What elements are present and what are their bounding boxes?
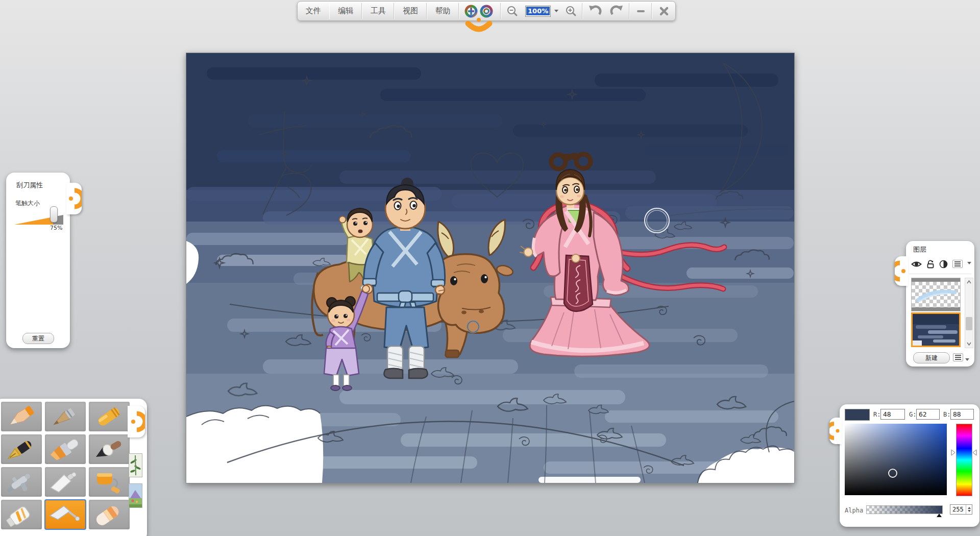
tool-crayon[interactable] [89, 402, 130, 431]
layers-scrollbar[interactable] [965, 278, 973, 348]
airbrush-icon [3, 469, 40, 495]
hue-strip[interactable] [956, 424, 972, 496]
scraper-properties-panel: 刮刀属性 笔触大小 75% 重置 [6, 173, 70, 348]
canvas[interactable] [186, 53, 795, 483]
close-button[interactable] [652, 2, 675, 20]
zoom-out-icon [506, 5, 519, 17]
layer-list-icon[interactable] [952, 260, 963, 268]
chevron-down-icon[interactable] [967, 262, 971, 266]
eraser-icon [91, 502, 128, 527]
paint-tube-icon [3, 502, 40, 527]
g-label: G: [909, 411, 916, 418]
brush-size-value: 75% [50, 225, 62, 231]
zoom-level-value: 100% [526, 7, 550, 15]
undo-button[interactable] [583, 2, 606, 20]
alpha-slider[interactable] [866, 505, 943, 514]
contrast-icon[interactable] [939, 260, 948, 269]
paint-roller-icon [91, 469, 128, 495]
canvas-artwork [186, 53, 794, 483]
brush-size-slider-handle[interactable] [50, 206, 58, 223]
picture-stamp[interactable] [129, 483, 142, 508]
bamboo-stamp[interactable] [129, 453, 142, 477]
panel-tab-icon [829, 418, 842, 444]
tool-eraser[interactable] [89, 500, 130, 529]
ink-brush-icon [91, 436, 128, 462]
tool-palette-knife-wide[interactable] [45, 467, 86, 497]
main-toolbar: 文件 编辑 工具 视图 帮助 [297, 1, 676, 21]
scraper-icon [47, 502, 84, 527]
palette-knife-wide-icon [47, 469, 84, 495]
menu-tools[interactable]: 工具 [362, 2, 394, 20]
brush-size-label: 笔触大小 [15, 199, 40, 208]
alpha-marker[interactable] [937, 511, 942, 517]
tool-fountain-pen[interactable] [1, 434, 42, 464]
zoom-level-field[interactable]: 100% [523, 2, 553, 20]
tool-flat-brush[interactable] [45, 434, 86, 464]
color-picker-panel: R: G: B: Alpha 255 [840, 404, 979, 527]
zoom-level-dropdown[interactable] [553, 2, 560, 20]
panel-tab-handle[interactable] [829, 418, 842, 444]
tool-palette-panel [0, 399, 147, 536]
layer-thumbnail-2-selected[interactable] [911, 312, 961, 347]
redo-button[interactable] [606, 2, 629, 20]
zoom-in-icon [565, 5, 577, 17]
crayon-icon [91, 404, 128, 429]
minimize-button[interactable] [630, 2, 652, 20]
saturation-value-square[interactable] [845, 424, 947, 495]
tool-pencil[interactable] [1, 402, 42, 431]
current-color-swatch[interactable] [845, 409, 870, 421]
app-mascot-icon [459, 2, 500, 20]
lock-icon[interactable] [926, 259, 935, 269]
tool-airbrush[interactable] [1, 467, 42, 497]
alpha-down-button[interactable] [966, 509, 972, 514]
layer-options-icon[interactable] [953, 353, 963, 361]
chevron-down-icon [554, 10, 558, 14]
divider [909, 274, 971, 274]
flat-brush-icon [47, 436, 84, 462]
charcoal-icon [47, 404, 84, 429]
tool-paint-tube[interactable] [1, 500, 42, 529]
new-layer-button[interactable]: 新建 [913, 352, 950, 363]
layer-thumbnail-1[interactable] [911, 278, 961, 311]
tool-ink-brush[interactable] [89, 434, 130, 464]
bamboo-stamp-icon [129, 454, 142, 477]
tool-scraper[interactable] [45, 500, 86, 529]
panel-tab-handle[interactable] [66, 183, 82, 214]
menu-edit[interactable]: 编辑 [330, 2, 361, 20]
zoom-in-button[interactable] [560, 2, 582, 20]
hue-marker-right[interactable] [972, 449, 977, 456]
r-label: R: [873, 411, 880, 418]
eye-icon[interactable] [911, 260, 922, 268]
panel-tab-handle[interactable] [128, 406, 145, 437]
color-cursor[interactable] [888, 469, 897, 478]
layers-title: 图层 [913, 245, 926, 254]
b-label: B: [943, 411, 950, 418]
undo-icon [587, 5, 602, 17]
minimize-icon [637, 10, 645, 12]
scroll-up-icon[interactable] [967, 280, 971, 284]
g-input[interactable] [916, 409, 940, 420]
scroll-down-icon[interactable] [967, 342, 971, 346]
alpha-spinner: 255 [950, 504, 972, 515]
scrollbar-thumb[interactable] [966, 317, 972, 330]
reset-button[interactable]: 重置 [22, 333, 54, 344]
b-input[interactable] [950, 409, 974, 420]
menu-view[interactable]: 视图 [395, 2, 426, 20]
alpha-up-button[interactable] [966, 505, 972, 509]
panel-tab-icon [128, 406, 145, 437]
hue-marker-left[interactable] [951, 449, 955, 456]
r-input[interactable] [880, 409, 905, 420]
redo-icon [610, 5, 624, 17]
tool-charcoal[interactable] [45, 402, 86, 431]
chevron-down-icon[interactable] [965, 358, 969, 363]
panel-tab-handle[interactable] [895, 256, 908, 286]
zoom-out-button[interactable] [501, 2, 524, 20]
alpha-value[interactable]: 255 [950, 505, 966, 514]
menu-help[interactable]: 帮助 [427, 2, 459, 20]
alpha-label: Alpha [845, 507, 863, 514]
panel-tab-icon [66, 183, 82, 214]
fountain-pen-icon [3, 436, 40, 462]
picture-stamp-icon [129, 484, 142, 507]
menu-file[interactable]: 文件 [298, 2, 329, 20]
tool-paint-roller[interactable] [89, 467, 130, 497]
